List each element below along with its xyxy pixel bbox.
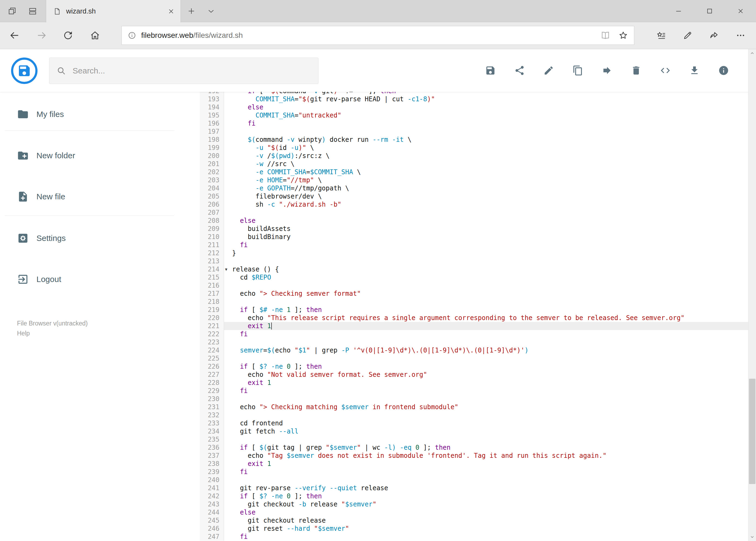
code-line[interactable]: 192 if [ "$(command -v git)" != "" ]; th…	[200, 92, 748, 95]
scroll-down-icon[interactable]	[748, 533, 756, 541]
code-line[interactable]: 223	[200, 338, 748, 346]
minimize-button[interactable]	[663, 0, 694, 22]
code-line[interactable]: 221 exit 1	[200, 322, 748, 330]
code-line[interactable]: 194 else	[200, 103, 748, 111]
code-line[interactable]: 202 -e COMMIT_SHA=$COMMIT_SHA \	[200, 168, 748, 176]
download-button[interactable]	[689, 65, 700, 76]
reading-view-icon[interactable]	[601, 31, 610, 40]
code-line[interactable]: 193 COMMIT_SHA="$(git rev-parse HEAD | c…	[200, 95, 748, 103]
site-info-icon[interactable]	[127, 31, 136, 40]
code-line[interactable]: 232	[200, 411, 748, 419]
code-line[interactable]: 218	[200, 297, 748, 306]
hub-favorites-icon[interactable]	[652, 26, 670, 45]
code-line[interactable]: 206 sh -c "./wizard.sh -b"	[200, 201, 748, 209]
code-line[interactable]: 237 echo "Tag $semver does not exist in …	[200, 452, 748, 460]
move-button[interactable]	[602, 65, 613, 76]
browser-tab[interactable]: wizard.sh	[46, 0, 181, 22]
filebrowser-logo[interactable]	[11, 57, 38, 84]
help-link[interactable]: Help	[17, 329, 30, 338]
code-line[interactable]: 243 git checkout -b release "$semver"	[200, 500, 748, 508]
copy-button[interactable]	[573, 65, 583, 76]
code-line[interactable]: 196 fi	[200, 119, 748, 128]
code-line[interactable]: 238 exit 1	[200, 460, 748, 468]
code-line[interactable]: 225	[200, 354, 748, 362]
sidebar-item-my-files[interactable]: My files	[0, 103, 189, 126]
close-window-button[interactable]	[725, 0, 756, 22]
code-line[interactable]: 195 COMMIT_SHA="untracked"	[200, 111, 748, 119]
code-line[interactable]: 233 cd frontend	[200, 419, 748, 427]
forward-button[interactable]	[32, 26, 51, 45]
more-options-icon[interactable]	[731, 26, 750, 45]
code-line[interactable]: 229 fi	[200, 387, 748, 395]
code-line[interactable]: 205 filebrowser/dev \	[200, 192, 748, 201]
share-button[interactable]	[514, 65, 525, 76]
raw-view-button[interactable]	[660, 65, 671, 76]
code-line[interactable]: 235	[200, 435, 748, 443]
code-line[interactable]: 216	[200, 281, 748, 289]
web-note-pen-icon[interactable]	[678, 26, 697, 45]
code-editor[interactable]: 192 if [ "$(command -v git)" != "" ]; th…	[200, 92, 748, 541]
code-line[interactable]: 197	[200, 128, 748, 136]
code-line[interactable]: 241 git rev-parse --verify --quiet relea…	[200, 484, 748, 492]
code-line[interactable]: 240	[200, 476, 748, 484]
code-line[interactable]: 219 if [ $# -ne 1 ]; then	[200, 306, 748, 314]
search-box[interactable]	[49, 58, 319, 84]
code-line[interactable]: 224 semver=$(echo "$1" | grep -P '^v(0|[…	[200, 346, 748, 354]
code-line[interactable]: 245 git checkout release	[200, 516, 748, 525]
code-line[interactable]: 220 echo "This release script requires a…	[200, 314, 748, 322]
rename-button[interactable]	[543, 65, 554, 76]
code-line[interactable]: 198 $(command -v winpty) docker run --rm…	[200, 136, 748, 144]
delete-button[interactable]	[631, 65, 641, 76]
code-line[interactable]: 209 buildAssets	[200, 225, 748, 233]
code-line[interactable]: 226 if [ $? -ne 0 ]; then	[200, 362, 748, 370]
code-line[interactable]: 228 exit 1	[200, 379, 748, 387]
code-line[interactable]: 201 -w //src \	[200, 160, 748, 168]
tab-list-chevron-icon[interactable]	[205, 0, 217, 22]
code-line[interactable]: 208 else	[200, 217, 748, 225]
sidebar-item-new-folder[interactable]: New folder	[0, 144, 189, 167]
code-line[interactable]: 207	[200, 209, 748, 217]
code-line[interactable]: 230	[200, 395, 748, 403]
scrollbar-thumb[interactable]	[749, 379, 755, 484]
share-page-icon[interactable]	[705, 26, 723, 45]
code-line[interactable]: 199 -u "$(id -u)" \	[200, 144, 748, 152]
sidebar-item-settings[interactable]: Settings	[0, 227, 189, 250]
scroll-up-icon[interactable]	[748, 49, 756, 57]
home-button[interactable]	[86, 26, 104, 45]
code-line[interactable]: 239 fi	[200, 468, 748, 476]
code-line[interactable]: 236 if [ $(git tag | grep "$semver" | wc…	[200, 443, 748, 452]
code-line[interactable]: 203 -e HOME="//tmp" \	[200, 176, 748, 184]
code-line[interactable]: 246 git reset --hard "$semver"	[200, 525, 748, 533]
code-line[interactable]: 244 else	[200, 508, 748, 516]
back-button[interactable]	[5, 26, 24, 45]
save-button[interactable]	[485, 65, 496, 76]
refresh-button[interactable]	[59, 26, 77, 45]
code-line[interactable]: 212}	[200, 249, 748, 257]
info-button[interactable]	[718, 65, 729, 76]
sidebar-item-new-file[interactable]: New file	[0, 185, 189, 208]
tab-preview-icon[interactable]	[26, 0, 39, 22]
code-line[interactable]: 215 cd $REPO	[200, 273, 748, 281]
code-line[interactable]: 231 echo "> Checking matching $semver in…	[200, 403, 748, 411]
search-input[interactable]	[73, 66, 311, 75]
code-line[interactable]: 247 fi	[200, 533, 748, 541]
code-line[interactable]: 211 fi	[200, 241, 748, 249]
favorite-star-icon[interactable]	[619, 31, 628, 40]
maximize-button[interactable]	[694, 0, 725, 22]
code-line[interactable]: 222 fi	[200, 330, 748, 338]
code-line[interactable]: 234 git fetch --all	[200, 427, 748, 435]
new-tab-button[interactable]	[185, 0, 198, 22]
code-line[interactable]: 242 if [ $? -ne 0 ]; then	[200, 492, 748, 500]
code-line[interactable]: 217 echo "> Checking semver format"	[200, 289, 748, 297]
fold-marker-icon[interactable]: ▾	[223, 265, 229, 273]
code-line[interactable]: 227 echo "Not valid semver format. See s…	[200, 370, 748, 379]
page-scrollbar[interactable]	[748, 49, 756, 541]
tab-close-icon[interactable]	[167, 7, 175, 15]
sidebar-item-logout[interactable]: Logout	[0, 268, 189, 291]
code-line[interactable]: 204 -e GOPATH=//tmp/gopath \	[200, 184, 748, 192]
code-line[interactable]: 210 buildBinary	[200, 233, 748, 241]
code-line[interactable]: 214▾release () {	[200, 265, 748, 273]
address-bar[interactable]: filebrowser.web/files/wizard.sh	[122, 26, 634, 45]
tabs-set-aside-icon[interactable]	[6, 0, 19, 22]
code-line[interactable]: 213	[200, 257, 748, 265]
